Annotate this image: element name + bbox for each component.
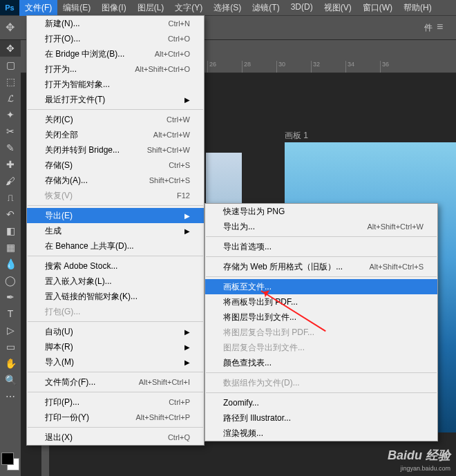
submenu-arrow-icon: ▶	[184, 359, 190, 366]
menu-shortcut: Alt+Shift+Ctrl+O	[135, 65, 190, 73]
marquee-tool[interactable]: ⬚	[0, 73, 21, 90]
hand-tool[interactable]: ✋	[0, 355, 21, 372]
menu-item[interactable]: 打开为...Alt+Shift+Ctrl+O	[27, 61, 204, 77]
menu-separator	[206, 256, 437, 257]
menu-item[interactable]: 快速导出为 PNG	[205, 204, 437, 219]
ruler-tick: 36	[380, 61, 415, 73]
menubar-item[interactable]: 帮助(H)	[398, 0, 437, 16]
menu-item[interactable]: 将画板导出到 PDF...	[205, 294, 437, 310]
menu-item-label: 恢复(V)	[45, 190, 73, 202]
menu-item[interactable]: 在 Bridge 中浏览(B)...Alt+Ctrl+O	[27, 46, 204, 61]
menu-item[interactable]: 最近打开文件(T)▶	[27, 92, 204, 107]
menu-item[interactable]: 生成▶	[27, 223, 204, 238]
menu-item[interactable]: 搜索 Adobe Stock...	[27, 258, 204, 274]
menu-item[interactable]: 导出为...Alt+Shift+Ctrl+W	[205, 219, 437, 234]
menu-shortcut: Shift+Ctrl+W	[147, 146, 190, 154]
path-tool[interactable]: ▷	[0, 322, 21, 339]
menu-item-label: 导入(M)	[45, 356, 74, 368]
menubar-item[interactable]: 窗口(W)	[357, 0, 398, 16]
menu-item-label: 退出(X)	[45, 432, 73, 444]
menu-item[interactable]: 在 Behance 上共享(D)...	[27, 238, 204, 254]
menu-shortcut: Ctrl+Q	[168, 433, 190, 441]
shape-tool[interactable]: ▭	[0, 339, 21, 355]
menu-item-label: 文件简介(F)...	[45, 377, 95, 388]
menu-item-label: 打印(P)...	[45, 397, 79, 408]
menu-item-label: 新建(N)...	[45, 18, 80, 30]
menu-item[interactable]: 路径到 Illustrator...	[205, 410, 437, 426]
move-tool[interactable]: ✥	[0, 40, 21, 57]
zoom-tool[interactable]: 🔍	[0, 372, 21, 388]
menu-item[interactable]: 导入(M)▶	[27, 354, 204, 370]
menu-item[interactable]: 渲染视频...	[205, 426, 437, 441]
menu-item-label: 导出(E)	[45, 210, 73, 222]
crop-tool[interactable]: ✂	[0, 123, 21, 140]
menu-item[interactable]: 打开为智能对象...	[27, 77, 204, 92]
menu-item-label: 路径到 Illustrator...	[223, 412, 291, 424]
menu-separator	[28, 256, 203, 256]
menu-item[interactable]: 置入嵌入对象(L)...	[27, 274, 204, 289]
menubar-item[interactable]: 选择(S)	[208, 0, 247, 16]
menu-separator	[206, 236, 437, 237]
menu-item-label: 快速导出为 PNG	[223, 206, 285, 218]
menu-item-label: 关闭全部	[45, 129, 78, 141]
stamp-tool[interactable]: ⎍	[0, 189, 21, 206]
pen-tool[interactable]: ✒	[0, 289, 21, 305]
lasso-tool[interactable]: 𝓛	[0, 90, 21, 106]
blur-tool[interactable]: 💧	[0, 256, 21, 272]
menu-item[interactable]: 导出首选项...	[205, 239, 437, 254]
menubar-item[interactable]: 文字(Y)	[169, 0, 208, 16]
menu-item[interactable]: 打印一份(Y)Alt+Shift+Ctrl+P	[27, 410, 204, 425]
menu-item[interactable]: 存储(S)Ctrl+S	[27, 158, 204, 173]
menu-item[interactable]: 颜色查找表...	[205, 355, 437, 370]
menu-item[interactable]: 将图层导出到文件...	[205, 310, 437, 325]
eraser-tool[interactable]: ◧	[0, 222, 21, 239]
menu-item[interactable]: 存储为 Web 所用格式（旧版）...Alt+Shift+Ctrl+S	[205, 259, 437, 274]
menu-item-label: 渲染视频...	[223, 428, 263, 439]
healing-tool[interactable]: ✚	[0, 156, 21, 173]
menu-item[interactable]: 关闭并转到 Bridge...Shift+Ctrl+W	[27, 142, 204, 158]
menu-item-label: 生成	[45, 225, 61, 237]
menubar-item[interactable]: 文件(F)	[19, 0, 57, 16]
toolbar: ✥ ▢ ⬚ 𝓛 ✦ ✂ ✎ ✚ 🖌 ⎍ ↶ ◧ ▦ 💧 ◯ ✒ T ▷ ▭ ✋ …	[0, 40, 21, 405]
dodge-tool[interactable]: ◯	[0, 272, 21, 289]
menu-item-label: 存储为(A)...	[45, 175, 88, 187]
menu-item[interactable]: 脚本(R)▶	[27, 339, 204, 354]
menubar-item[interactable]: 3D(D)	[285, 0, 319, 16]
menu-item[interactable]: 打开(O)...Ctrl+O	[27, 31, 204, 46]
menu-item[interactable]: 退出(X)Ctrl+Q	[27, 430, 204, 445]
magic-wand-tool[interactable]: ✦	[0, 106, 21, 123]
menu-item[interactable]: 画板至文件...	[205, 279, 437, 294]
menu-item[interactable]: 文件简介(F)...Alt+Shift+Ctrl+I	[27, 374, 204, 390]
history-brush-tool[interactable]: ↶	[0, 206, 21, 222]
menu-shortcut: Alt+Shift+Ctrl+I	[139, 378, 190, 386]
menubar-item[interactable]: 图像(I)	[96, 0, 131, 16]
artboard-label[interactable]: 画板 1	[285, 130, 308, 142]
menubar-item[interactable]: 滤镜(T)	[247, 0, 285, 16]
eyedropper-tool[interactable]: ✎	[0, 140, 21, 156]
ruler-tick: 30	[276, 61, 311, 73]
artboard-tool[interactable]: ▢	[0, 57, 21, 73]
menubar-item[interactable]: 图层(L)	[132, 0, 170, 16]
gradient-tool[interactable]: ▦	[0, 239, 21, 256]
menubar-item[interactable]: 编辑(E)	[57, 0, 96, 16]
type-tool[interactable]: T	[0, 305, 21, 322]
edit-toolbar[interactable]: ⋯	[0, 388, 21, 405]
menubar-item[interactable]: 视图(V)	[319, 0, 357, 16]
menu-item[interactable]: 存储为(A)...Shift+Ctrl+S	[27, 173, 204, 188]
menu-item[interactable]: 置入链接的智能对象(K)...	[27, 289, 204, 304]
menu-item[interactable]: 新建(N)...Ctrl+N	[27, 16, 204, 31]
menu-item[interactable]: 关闭(C)Ctrl+W	[27, 112, 204, 127]
menu-item[interactable]: 关闭全部Alt+Ctrl+W	[27, 127, 204, 142]
foreground-swatch[interactable]	[1, 453, 14, 465]
menu-item[interactable]: Zoomify...	[205, 395, 437, 410]
menu-item[interactable]: 导出(E)▶	[27, 208, 204, 223]
color-swatches[interactable]	[1, 453, 19, 470]
ruler-tick: 32	[311, 61, 345, 73]
menu-separator	[206, 372, 437, 373]
watermark-sub: jingyan.baidu.com	[400, 465, 450, 472]
menu-item[interactable]: 打印(P)...Ctrl+P	[27, 394, 204, 410]
menu-item[interactable]: 自动(U)▶	[27, 324, 204, 339]
menu-item-label: 在 Bridge 中浏览(B)...	[45, 48, 124, 60]
brush-tool[interactable]: 🖌	[0, 173, 21, 189]
align-icon[interactable]: ≡	[437, 21, 450, 35]
